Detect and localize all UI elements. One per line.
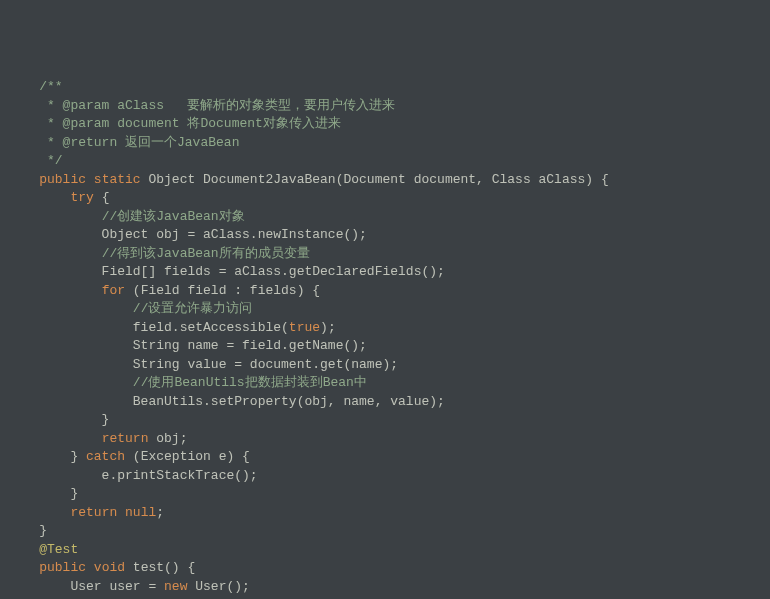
code-line: } bbox=[8, 411, 770, 430]
code-token: * @param document 将Document对象传入进来 bbox=[8, 116, 341, 131]
code-line: return null; bbox=[8, 504, 770, 523]
code-token: public static bbox=[39, 172, 148, 187]
code-token: true bbox=[289, 320, 320, 335]
code-line: Field[] fields = aClass.getDeclaredField… bbox=[8, 263, 770, 282]
code-token: /** bbox=[39, 79, 62, 94]
code-token: ; bbox=[156, 505, 164, 520]
code-token: new bbox=[164, 579, 195, 594]
code-token bbox=[8, 209, 102, 224]
code-token: ); bbox=[320, 320, 336, 335]
code-token bbox=[8, 283, 102, 298]
code-line: //设置允许暴力访问 bbox=[8, 300, 770, 319]
code-token: return null bbox=[70, 505, 156, 520]
code-line: Object obj = aClass.newInstance(); bbox=[8, 226, 770, 245]
code-token: obj; bbox=[156, 431, 187, 446]
code-line: @Test bbox=[8, 541, 770, 560]
code-token bbox=[8, 431, 102, 446]
code-token bbox=[8, 505, 70, 520]
code-token: String name = field.getName(); bbox=[8, 338, 367, 353]
code-token: //得到该JavaBean所有的成员变量 bbox=[102, 246, 310, 261]
code-token bbox=[8, 190, 70, 205]
code-line: String name = field.getName(); bbox=[8, 337, 770, 356]
code-line: String value = document.get(name); bbox=[8, 356, 770, 375]
code-token: try bbox=[70, 190, 101, 205]
code-line: } catch (Exception e) { bbox=[8, 448, 770, 467]
code-line: //使用BeanUtils把数据封装到Bean中 bbox=[8, 374, 770, 393]
code-line: /** bbox=[8, 78, 770, 97]
code-line: public void test() { bbox=[8, 559, 770, 578]
code-token: } bbox=[8, 486, 78, 501]
code-token: } bbox=[8, 449, 86, 464]
code-token bbox=[8, 560, 39, 575]
code-token: for bbox=[102, 283, 133, 298]
code-token: Object obj = aClass.newInstance(); bbox=[8, 227, 367, 242]
code-token: BeanUtils.setProperty(obj, name, value); bbox=[8, 394, 445, 409]
code-token: User user = bbox=[8, 579, 164, 594]
code-token: //使用BeanUtils把数据封装到Bean中 bbox=[133, 375, 367, 390]
code-line: public static Object Document2JavaBean(D… bbox=[8, 171, 770, 190]
code-line: return obj; bbox=[8, 430, 770, 449]
code-line: e.printStackTrace(); bbox=[8, 467, 770, 486]
code-token: test() { bbox=[133, 560, 195, 575]
code-token: */ bbox=[8, 153, 63, 168]
code-token bbox=[8, 79, 39, 94]
code-token: //设置允许暴力访问 bbox=[133, 301, 253, 316]
code-line: try { bbox=[8, 189, 770, 208]
code-line: field.setAccessible(true); bbox=[8, 319, 770, 338]
code-token: (Exception e) { bbox=[133, 449, 250, 464]
code-token: String value = document.get(name); bbox=[8, 357, 398, 372]
code-token: } bbox=[8, 523, 47, 538]
code-token: User(); bbox=[195, 579, 250, 594]
code-line: * @return 返回一个JavaBean bbox=[8, 134, 770, 153]
code-token: { bbox=[102, 190, 110, 205]
code-token bbox=[8, 172, 39, 187]
code-token bbox=[8, 246, 102, 261]
code-token: //创建该JavaBean对象 bbox=[102, 209, 245, 224]
code-token: return bbox=[102, 431, 157, 446]
code-token: public void bbox=[39, 560, 133, 575]
code-token: Field[] fields = aClass.getDeclaredField… bbox=[8, 264, 445, 279]
code-token: } bbox=[8, 412, 109, 427]
code-line: //得到该JavaBean所有的成员变量 bbox=[8, 245, 770, 264]
code-line: } bbox=[8, 485, 770, 504]
code-token: @Test bbox=[39, 542, 78, 557]
code-token bbox=[8, 375, 133, 390]
code-token: * @param aClass 要解析的对象类型，要用户传入进来 bbox=[8, 98, 395, 113]
code-block: /** * @param aClass 要解析的对象类型，要用户传入进来 * @… bbox=[0, 74, 770, 599]
code-token: Object Document2JavaBean(Document docume… bbox=[148, 172, 608, 187]
code-line: //创建该JavaBean对象 bbox=[8, 208, 770, 227]
code-token bbox=[8, 301, 133, 316]
code-token bbox=[8, 542, 39, 557]
code-token: e.printStackTrace(); bbox=[8, 468, 258, 483]
code-line: */ bbox=[8, 152, 770, 171]
code-line: BeanUtils.setProperty(obj, name, value); bbox=[8, 393, 770, 412]
code-line: * @param document 将Document对象传入进来 bbox=[8, 115, 770, 134]
code-line: User user = new User(); bbox=[8, 578, 770, 597]
code-line: } bbox=[8, 522, 770, 541]
code-token: field.setAccessible( bbox=[8, 320, 289, 335]
code-line: for (Field field : fields) { bbox=[8, 282, 770, 301]
code-line: * @param aClass 要解析的对象类型，要用户传入进来 bbox=[8, 97, 770, 116]
code-token: (Field field : fields) { bbox=[133, 283, 320, 298]
code-token: catch bbox=[86, 449, 133, 464]
code-token: * @return 返回一个JavaBean bbox=[8, 135, 239, 150]
